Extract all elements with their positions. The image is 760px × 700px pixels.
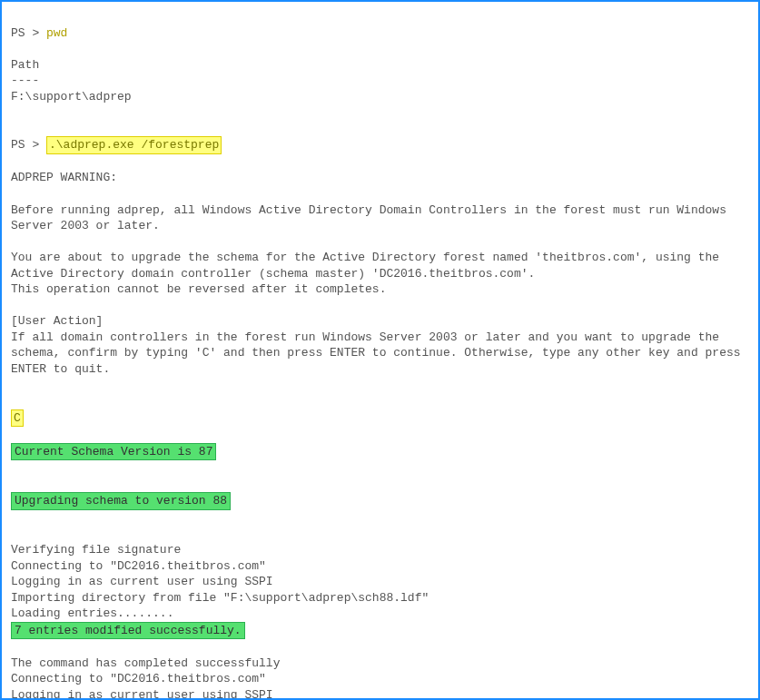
adprep-warning-body2: You are about to upgrade the schema for … xyxy=(11,251,726,281)
user-action-text: If all domain controllers in the forest … xyxy=(11,330,747,376)
ps-prompt: PS > xyxy=(11,138,46,152)
log1-success: 7 entries modified successfully. xyxy=(11,622,245,640)
path-value: F:\support\adprep xyxy=(11,90,132,104)
adprep-warning-body1: Before running adprep, all Windows Activ… xyxy=(11,203,734,233)
path-header: Path xyxy=(11,58,39,72)
log1-line: Logging in as current user using SSPI xyxy=(11,575,273,588)
log2-line: The command has completed successfully xyxy=(11,656,280,670)
log1-line: Loading entries........ xyxy=(11,606,173,620)
command-forestprep: .\adprep.exe /forestprep xyxy=(46,136,222,154)
schema-current: Current Schema Version is 87 xyxy=(11,443,216,461)
log2-line: Logging in as current user using SSPI xyxy=(11,688,273,700)
log1-line: Importing directory from file "F:\suppor… xyxy=(11,591,429,605)
ps-prompt: PS > xyxy=(11,26,46,40)
adprep-warning-body3: This operation cannot be reversed after … xyxy=(11,282,386,296)
log2-line: Connecting to "DC2016.theitbros.com" xyxy=(11,672,266,685)
adprep-warning-title: ADPREP WARNING: xyxy=(11,171,117,184)
schema-upgrade: Upgrading schema to version 88 xyxy=(11,492,231,510)
terminal-window: PS > pwd Path ---- F:\support\adprep PS … xyxy=(0,0,760,700)
command-pwd: pwd xyxy=(46,26,67,40)
user-action-label: [User Action] xyxy=(11,314,103,328)
log1-line: Verifying file signature xyxy=(11,543,181,557)
log1-line: Connecting to "DC2016.theitbros.com" xyxy=(11,559,266,573)
path-dash: ---- xyxy=(11,74,39,87)
confirm-key: C xyxy=(11,409,24,428)
